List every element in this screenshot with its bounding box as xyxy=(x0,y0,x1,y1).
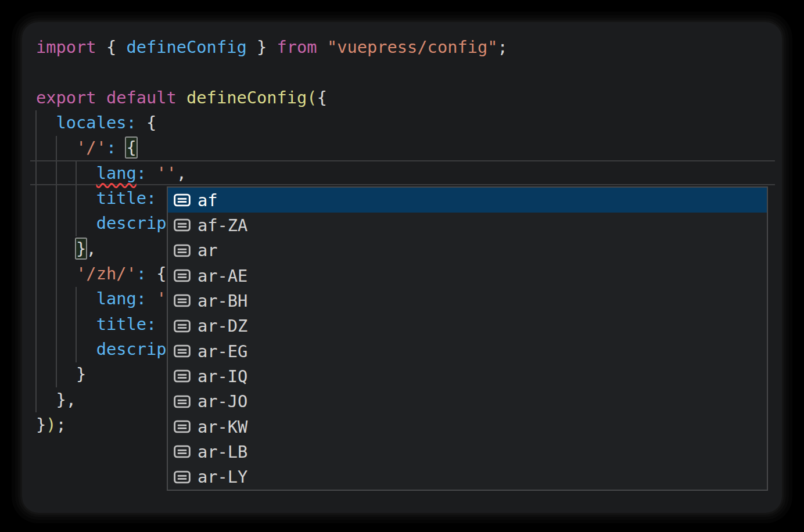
code-token: { xyxy=(106,37,127,57)
suggestion-label: af-ZA xyxy=(198,215,247,235)
code-token: title: xyxy=(96,314,157,334)
code-token: ) xyxy=(46,415,56,434)
code-token: { xyxy=(317,88,327,107)
code-line[interactable]: title: xyxy=(36,186,167,211)
suggestion-label: ar-JO xyxy=(198,391,247,411)
code-token: }, xyxy=(56,390,77,409)
code-token: '' xyxy=(156,163,177,183)
suggestion-label: af xyxy=(198,190,218,210)
symbol-constant-icon xyxy=(173,418,191,436)
suggestion-label: ar-BH xyxy=(198,291,247,311)
code-token xyxy=(36,390,56,409)
code-token xyxy=(36,138,76,157)
editor-window: import { defineConfig } from "vuepress/c… xyxy=(22,22,782,513)
code-token: '/zh/' xyxy=(76,264,137,283)
code-token: : xyxy=(137,163,146,183)
code-token xyxy=(36,314,96,334)
symbol-constant-icon xyxy=(173,368,191,385)
code-token: lang: xyxy=(96,289,146,308)
symbol-constant-icon xyxy=(173,343,191,360)
code-token: } xyxy=(76,364,86,384)
code-token xyxy=(116,138,126,157)
code-token: , xyxy=(86,239,96,258)
code-token: } xyxy=(247,37,277,57)
code-token: { xyxy=(156,264,166,283)
code-token: } xyxy=(76,239,86,258)
code-token: : xyxy=(137,264,146,283)
code-line[interactable]: descrip xyxy=(36,337,167,362)
code-line[interactable]: '/zh/': { xyxy=(36,261,167,286)
code-token xyxy=(36,364,76,384)
code-token xyxy=(36,113,56,132)
suggestion-item[interactable]: ar-EG xyxy=(168,339,767,364)
symbol-constant-icon xyxy=(173,192,191,209)
code-token: ' xyxy=(156,289,166,308)
code-token: defineConfig xyxy=(186,88,307,107)
suggestion-item[interactable]: ar-JO xyxy=(168,389,767,414)
suggestion-label: ar-IQ xyxy=(198,366,247,386)
code-token xyxy=(146,289,156,308)
suggestion-item[interactable]: ar-IQ xyxy=(168,364,767,389)
suggestion-item[interactable]: ar-AE xyxy=(168,263,767,288)
code-token xyxy=(36,289,96,308)
code-token: : xyxy=(106,138,116,157)
code-token xyxy=(146,163,156,183)
code-line[interactable]: } xyxy=(36,362,86,387)
code-token: '/' xyxy=(76,138,106,157)
code-token xyxy=(36,264,76,283)
code-line[interactable]: lang: '', xyxy=(36,161,186,186)
suggestion-item[interactable]: ar-LY xyxy=(168,465,767,490)
code-token: { xyxy=(146,113,156,132)
code-line[interactable]: }, xyxy=(36,236,96,261)
symbol-constant-icon xyxy=(173,468,191,486)
error-token: lang xyxy=(96,163,137,183)
code-token xyxy=(36,339,96,359)
code-token: ( xyxy=(307,88,317,107)
code-line[interactable]: title: xyxy=(36,312,167,337)
screenshot-root: import { defineConfig } from "vuepress/c… xyxy=(0,0,804,532)
code-token xyxy=(137,113,146,132)
suggestion-item[interactable]: af xyxy=(168,188,767,213)
code-token xyxy=(36,239,76,258)
code-line[interactable]: lang: ' xyxy=(36,286,167,311)
code-token: "vuepress/config" xyxy=(327,37,498,57)
code-line[interactable]: locales: { xyxy=(36,110,156,135)
suggestion-item[interactable]: af-ZA xyxy=(168,213,767,238)
suggestion-item[interactable]: ar-BH xyxy=(168,288,767,313)
code-token: import xyxy=(36,37,106,57)
suggestion-item[interactable]: ar-KW xyxy=(168,414,767,439)
code-token: { xyxy=(126,138,136,157)
code-token xyxy=(156,314,166,334)
code-token xyxy=(36,188,96,208)
suggest-widget: afaf-ZAarar-AEar-BHar-DZar-EGar-IQar-JOa… xyxy=(167,186,768,491)
code-token: export default xyxy=(36,88,186,107)
suggestion-label: ar-AE xyxy=(198,266,247,286)
code-line[interactable]: descrip xyxy=(36,211,167,236)
suggestion-item[interactable]: ar-DZ xyxy=(168,314,767,339)
code-token xyxy=(36,213,96,233)
symbol-constant-icon xyxy=(173,242,191,259)
symbol-constant-icon xyxy=(173,267,191,285)
code-token: descrip xyxy=(96,339,167,359)
suggestion-item[interactable]: ar xyxy=(168,238,767,263)
code-token: title: xyxy=(96,188,157,208)
code-line[interactable]: }, xyxy=(36,387,76,412)
code-line[interactable]: '/': { xyxy=(36,135,137,160)
suggestion-label: ar-LB xyxy=(198,442,247,462)
code-line[interactable]: export default defineConfig({ xyxy=(36,85,327,110)
code-line[interactable]: import { defineConfig } from "vuepress/c… xyxy=(36,35,508,60)
code-token: descrip xyxy=(96,213,167,233)
symbol-constant-icon xyxy=(173,217,191,234)
suggestion-label: ar-KW xyxy=(198,417,247,437)
suggestion-label: ar-EG xyxy=(198,342,247,361)
code-token: ; xyxy=(56,415,66,434)
symbol-constant-icon xyxy=(173,393,191,410)
suggestion-item[interactable]: ar-LB xyxy=(168,439,767,464)
code-line[interactable]: }); xyxy=(36,412,66,437)
suggestion-label: ar-LY xyxy=(198,467,247,487)
suggestion-label: ar xyxy=(198,240,218,260)
code-token xyxy=(36,163,96,183)
code-token: defineConfig xyxy=(126,37,246,57)
code-token: from xyxy=(277,37,327,57)
code-token: , xyxy=(177,163,186,183)
